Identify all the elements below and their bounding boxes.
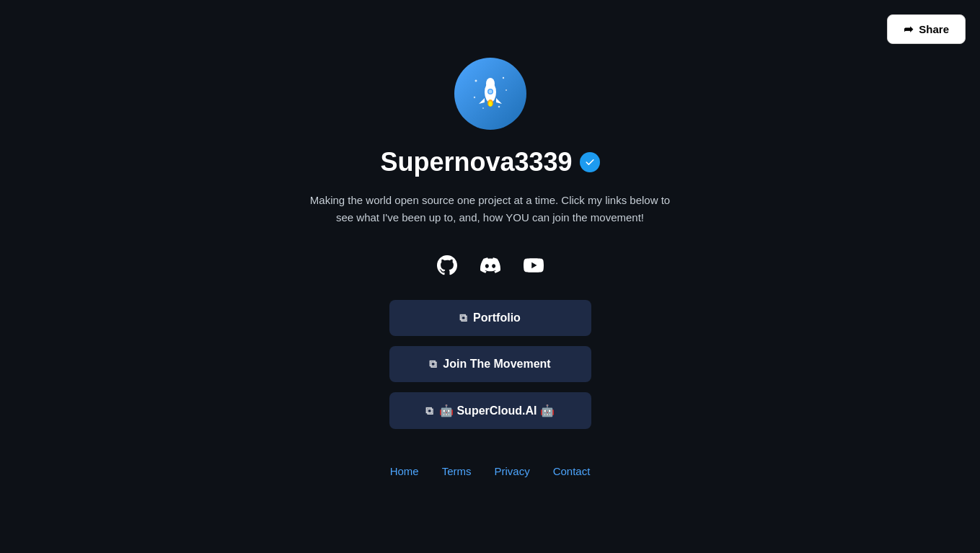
share-icon: ➦ bbox=[904, 22, 913, 36]
footer-link-privacy[interactable]: Privacy bbox=[494, 465, 529, 477]
rocket-icon bbox=[469, 72, 512, 115]
svg-point-1 bbox=[502, 77, 503, 79]
footer-link-terms[interactable]: Terms bbox=[442, 465, 472, 477]
footer-link-contact[interactable]: Contact bbox=[553, 465, 591, 477]
svg-point-2 bbox=[506, 89, 507, 91]
avatar bbox=[454, 58, 526, 130]
external-link-icon-movement: ⧉ bbox=[429, 358, 437, 371]
share-button[interactable]: ➦ Share bbox=[887, 14, 966, 44]
supercloud-label: 🤖 SuperCloud.AI 🤖 bbox=[439, 404, 555, 417]
bio-text: Making the world open source one project… bbox=[310, 192, 671, 226]
external-link-icon-portfolio: ⧉ bbox=[459, 311, 467, 324]
discord-icon[interactable] bbox=[477, 252, 503, 278]
checkmark-icon bbox=[584, 156, 596, 168]
username: Supernova3339 bbox=[380, 147, 572, 177]
svg-point-5 bbox=[498, 106, 500, 108]
link-buttons-container: ⧉ Portfolio ⧉ Join The Movement ⧉ 🤖 Supe… bbox=[389, 300, 591, 429]
svg-point-7 bbox=[486, 78, 495, 89]
main-content: Supernova3339 Making the world open sour… bbox=[0, 58, 980, 477]
social-icons-row bbox=[434, 252, 547, 278]
github-icon[interactable] bbox=[434, 252, 460, 278]
svg-point-3 bbox=[473, 97, 474, 98]
svg-point-4 bbox=[482, 107, 484, 109]
svg-point-9 bbox=[488, 90, 492, 94]
svg-point-11 bbox=[488, 102, 492, 107]
join-movement-label: Join The Movement bbox=[443, 358, 550, 371]
external-link-icon-supercloud: ⧉ bbox=[425, 404, 433, 417]
youtube-icon[interactable] bbox=[521, 252, 547, 278]
svg-point-0 bbox=[474, 80, 477, 82]
join-movement-button[interactable]: ⧉ Join The Movement bbox=[389, 346, 591, 382]
username-row: Supernova3339 bbox=[380, 147, 599, 177]
portfolio-button[interactable]: ⧉ Portfolio bbox=[389, 300, 591, 336]
verified-badge bbox=[580, 152, 600, 172]
footer-nav: Home Terms Privacy Contact bbox=[390, 465, 591, 477]
portfolio-label: Portfolio bbox=[473, 311, 521, 324]
supercloud-button[interactable]: ⧉ 🤖 SuperCloud.AI 🤖 bbox=[389, 392, 591, 429]
footer-link-home[interactable]: Home bbox=[390, 465, 419, 477]
share-label: Share bbox=[919, 23, 949, 35]
